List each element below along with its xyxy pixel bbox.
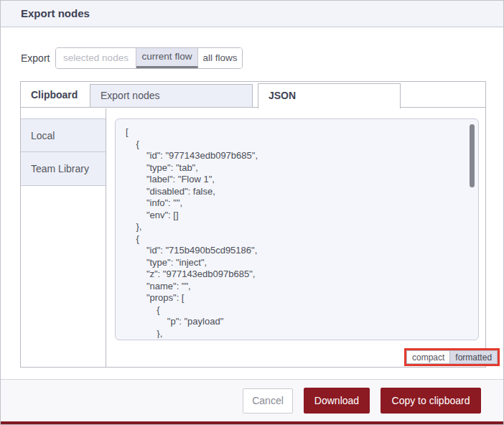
library-sidebar: Local Team Library <box>21 108 106 367</box>
export-scope-label: Export <box>21 47 50 69</box>
tab-export-nodes[interactable]: Export nodes <box>90 84 253 108</box>
scope-option-current-flow[interactable]: current flow <box>136 48 198 68</box>
scrollbar-thumb-icon[interactable] <box>470 124 475 187</box>
library-panel-body: Local Team Library [ { "id": "977143edb0… <box>21 108 485 367</box>
download-button[interactable]: Download <box>304 388 370 414</box>
json-editor-area: [ { "id": "977143edb097b685", "type": "t… <box>107 108 485 367</box>
cancel-button[interactable]: Cancel <box>243 388 293 414</box>
format-toggle-highlight: compact formatted <box>404 348 500 366</box>
copy-to-clipboard-button[interactable]: Copy to clipboard <box>381 388 481 414</box>
sidebar-item-team-library[interactable]: Team Library <box>21 152 106 186</box>
export-nodes-dialog: Export nodes Export selected nodes curre… <box>0 0 504 425</box>
json-export-text[interactable]: [ { "id": "977143edb097b685", "type": "t… <box>126 126 464 338</box>
format-compact-button[interactable]: compact <box>406 350 450 364</box>
library-panel: Clipboard Export nodes JSON Local Team L… <box>20 81 486 368</box>
library-header-clipboard: Clipboard <box>31 82 78 108</box>
sidebar-item-local[interactable]: Local <box>21 118 106 152</box>
export-scope-segmented-control: selected nodes current flow all flows <box>55 47 243 69</box>
bottom-accent-strip <box>1 421 503 424</box>
json-export-textarea[interactable]: [ { "id": "977143edb097b685", "type": "t… <box>115 118 479 340</box>
dialog-title: Export nodes <box>1 1 503 27</box>
library-tab-row: Clipboard Export nodes JSON <box>21 82 485 108</box>
dialog-footer: Cancel Download Copy to clipboard <box>1 379 503 421</box>
format-formatted-button[interactable]: formatted <box>450 350 498 364</box>
tab-json[interactable]: JSON <box>258 83 401 108</box>
scope-option-selected-nodes[interactable]: selected nodes <box>56 48 136 68</box>
scope-option-all-flows[interactable]: all flows <box>198 48 242 68</box>
